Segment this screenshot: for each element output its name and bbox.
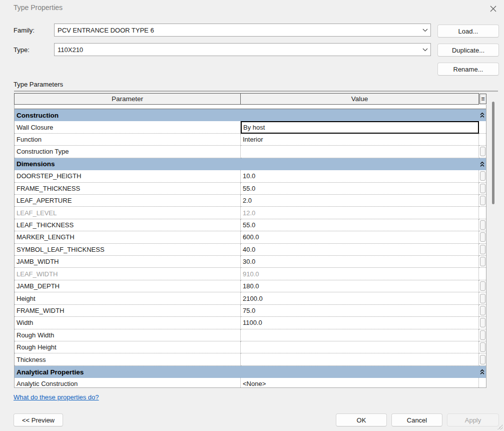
properties-help-link[interactable]: What do these properties do? xyxy=(14,393,99,401)
scrollbar-thumb[interactable] xyxy=(492,102,494,204)
associate-parameter-button[interactable] xyxy=(480,294,485,303)
parameter-value-cell[interactable]: 40.0 xyxy=(241,244,479,256)
section-row[interactable]: Dimensions xyxy=(15,158,486,170)
parameter-name-cell: LEAF_WIDTH xyxy=(15,268,241,280)
associate-cell xyxy=(479,341,486,353)
family-combobox-value: PCV ENTRANCE DOOR TYPE 6 xyxy=(55,27,419,34)
close-button[interactable] xyxy=(485,2,500,15)
parameter-name-cell: JAMB_WIDTH xyxy=(15,256,241,268)
collapse-section-icon[interactable] xyxy=(480,113,484,118)
resize-grip[interactable] xyxy=(497,424,502,429)
associate-parameter-button[interactable] xyxy=(480,257,485,266)
table-row: JAMB_WIDTH30.0 xyxy=(15,256,486,268)
table-row: FRAME_THICKNESS55.0 xyxy=(15,183,486,195)
apply-button[interactable]: Apply xyxy=(447,413,499,426)
table-row: LEAF_APERTURE2.0 xyxy=(15,195,486,207)
parameter-value-cell[interactable]: 10.0 xyxy=(241,170,479,182)
parameter-name-cell: Height xyxy=(15,292,241,304)
table-row: Height2100.0 xyxy=(15,292,486,304)
parameter-value-cell[interactable]: 2.0 xyxy=(241,195,479,207)
table-row: MARKER_LENGTH600.0 xyxy=(15,231,486,243)
associate-cell xyxy=(479,378,486,388)
associate-cell xyxy=(479,292,486,304)
parameter-value-cell[interactable]: 55.0 xyxy=(241,219,479,231)
chevron-down-icon[interactable] xyxy=(419,29,430,32)
parameter-value-cell[interactable]: By host xyxy=(241,121,479,133)
parameter-name-cell: MARKER_LENGTH xyxy=(15,231,241,243)
parameter-value-cell[interactable]: 600.0 xyxy=(241,231,479,243)
collapse-section-icon[interactable] xyxy=(480,161,484,167)
table-row: LEAF_LEVEL12.0 xyxy=(15,207,486,219)
associate-cell xyxy=(479,231,486,243)
associate-parameter-button[interactable] xyxy=(480,196,485,205)
associate-cell xyxy=(479,219,486,231)
parameter-value-cell[interactable]: 30.0 xyxy=(241,256,479,268)
associate-parameter-button[interactable] xyxy=(480,147,485,156)
associate-cell xyxy=(479,353,486,365)
parameter-value-cell[interactable] xyxy=(241,353,479,365)
parameter-value-cell[interactable]: 75.0 xyxy=(241,305,479,317)
parameter-value-cell[interactable]: 1100.0 xyxy=(241,317,479,329)
associate-parameter-button[interactable] xyxy=(480,342,485,352)
section-label: Dimensions xyxy=(17,160,55,168)
parameters-table: ConstructionWall ClosureBy hostFunctionI… xyxy=(14,105,486,388)
section-label: Analytical Properties xyxy=(17,368,84,376)
cancel-button[interactable]: Cancel xyxy=(391,413,442,426)
table-row: Thickness xyxy=(15,353,486,365)
column-header-parameter: Parameter xyxy=(14,93,241,105)
associate-parameter-button[interactable] xyxy=(480,306,485,315)
parameter-name-cell: Rough Width xyxy=(15,329,241,341)
parameter-value-cell[interactable]: 910.0 xyxy=(241,268,479,280)
chevron-down-icon[interactable] xyxy=(419,48,430,52)
parameter-value-cell[interactable]: 2100.0 xyxy=(241,292,479,304)
table-row: FRAME_WIDTH75.0 xyxy=(15,305,486,317)
type-parameters-caption: Type Parameters xyxy=(14,81,63,88)
ok-button[interactable]: OK xyxy=(336,413,387,426)
duplicate-button[interactable]: Duplicate... xyxy=(437,44,499,57)
associate-parameter-button[interactable] xyxy=(480,330,485,340)
associate-parameter-button[interactable] xyxy=(480,171,485,181)
associate-parameter-button[interactable] xyxy=(480,318,485,327)
parameter-name-cell: FRAME_THICKNESS xyxy=(15,183,241,195)
parameter-name-cell: Function xyxy=(15,134,241,146)
table-row: SYMBOL_LEAF_THICKNESS40.0 xyxy=(15,244,486,256)
parameter-name-cell: JAMB_DEPTH xyxy=(15,280,241,292)
parameter-value-cell[interactable] xyxy=(241,341,479,353)
parameter-value-cell[interactable]: 55.0 xyxy=(241,183,479,195)
collapse-section-icon[interactable] xyxy=(480,369,484,375)
parameter-value-cell[interactable]: Interior xyxy=(241,134,479,146)
associate-cell xyxy=(479,268,486,280)
parameter-value-cell[interactable] xyxy=(241,329,479,341)
table-row: JAMB_DEPTH180.0 xyxy=(15,280,486,292)
table-row: Rough Height xyxy=(15,341,486,353)
associate-parameter-button[interactable] xyxy=(480,355,485,364)
rename-button[interactable]: Rename... xyxy=(437,63,499,76)
table-row: FunctionInterior xyxy=(15,134,486,146)
associate-cell xyxy=(479,146,486,158)
close-icon xyxy=(490,6,496,12)
table-row: Wall ClosureBy host xyxy=(15,121,486,133)
table-row: Rough Width xyxy=(15,329,486,341)
section-row[interactable]: Analytical Properties xyxy=(15,366,486,378)
column-header-associate: = xyxy=(479,94,486,104)
table-row: Construction Type xyxy=(15,146,486,158)
parameter-value-cell[interactable]: 180.0 xyxy=(241,280,479,292)
associate-parameter-button[interactable] xyxy=(480,184,485,193)
parameter-name-cell: DOORSTEP_HEIGTH xyxy=(15,170,241,182)
parameter-value-cell[interactable] xyxy=(241,146,479,158)
associate-cell xyxy=(479,244,486,256)
type-combobox[interactable]: 110X210 xyxy=(54,43,431,56)
section-row[interactable]: Construction xyxy=(15,109,486,121)
table-row: LEAF_WIDTH910.0 xyxy=(15,268,486,280)
associate-parameter-button[interactable] xyxy=(480,281,485,291)
associate-cell xyxy=(479,317,486,329)
preview-button[interactable]: << Preview xyxy=(14,413,63,426)
parameter-value-cell[interactable]: <None> xyxy=(241,378,479,388)
associate-parameter-button[interactable] xyxy=(480,232,485,242)
associate-parameter-button[interactable] xyxy=(480,220,485,230)
associate-cell xyxy=(479,256,486,268)
load-button[interactable]: Load... xyxy=(437,25,499,38)
family-combobox[interactable]: PCV ENTRANCE DOOR TYPE 6 xyxy=(54,24,431,37)
parameter-value-cell[interactable]: 12.0 xyxy=(241,207,479,219)
associate-parameter-button[interactable] xyxy=(480,245,485,254)
